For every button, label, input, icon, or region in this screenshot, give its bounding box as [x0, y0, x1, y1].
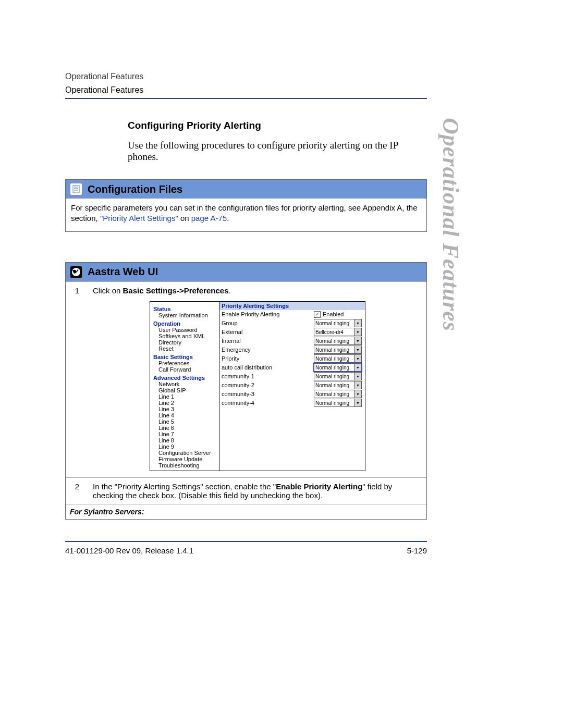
intro-paragraph: Use the following procedures to configur…: [128, 140, 427, 163]
config-link-settings[interactable]: "Priority Alert Settings": [100, 214, 178, 223]
acd-dropdown[interactable]: Normal ringing: [314, 363, 362, 372]
internal-dd-val: Normal ringing: [315, 338, 349, 344]
section-tab: Operational Features: [437, 118, 464, 331]
nav-line-4[interactable]: Line 4: [158, 412, 216, 418]
setting-acd-label: auto call distribution: [219, 364, 314, 371]
setting-internal-label: Internal: [219, 338, 314, 344]
nav-preferences[interactable]: Preferences: [158, 360, 216, 366]
svg-rect-0: [73, 186, 79, 193]
nav-line-6[interactable]: Line 6: [158, 425, 216, 431]
community-4-dropdown[interactable]: Normal ringing: [314, 399, 362, 407]
chevron-down-icon: [354, 399, 361, 406]
footer-left: 41-001129-00 Rev 09, Release 1.4.1: [65, 546, 193, 555]
steps-table: 1 Click on Basic Settings->Preferences. …: [66, 281, 426, 519]
page-content: Operational Features Operational Feature…: [65, 72, 427, 523]
community-4-dd-val: Normal ringing: [315, 400, 349, 406]
community-1-dd-val: Normal ringing: [315, 374, 349, 379]
nav-cat-advanced[interactable]: Advanced Settings: [153, 375, 216, 381]
setting-external-label: External: [219, 329, 314, 335]
nav-softkeys-xml[interactable]: Softkeys and XML: [158, 333, 216, 339]
chevron-down-icon: [354, 319, 361, 327]
page-footer: 41-001129-00 Rev 09, Release 1.4.1 5-129: [65, 537, 427, 555]
setting-group-label: Group: [219, 320, 314, 326]
nav-line-5[interactable]: Line 5: [158, 418, 216, 425]
web-ui-title: Aastra Web UI: [88, 266, 158, 278]
embedded-ui: Status System Information Operation User…: [150, 301, 365, 471]
step1-pre: Click on: [93, 286, 123, 295]
chevron-down-icon: [354, 337, 361, 344]
setting-acd: auto call distribution Normal ringing: [219, 363, 365, 372]
config-files-body: For specific parameters you can set in t…: [66, 199, 426, 231]
note-text: For Sylantro Servers:: [66, 504, 426, 519]
setting-priority-label: Priority: [219, 355, 314, 362]
nav-firmware-update[interactable]: Firmware Update: [158, 456, 216, 462]
nav-line-7[interactable]: Line 7: [158, 431, 216, 437]
footer-right: 5-129: [407, 546, 427, 555]
nav-cat-status[interactable]: Status: [153, 306, 216, 312]
nav-call-forward[interactable]: Call Forward: [158, 366, 216, 373]
external-dropdown[interactable]: Bellcore-dr4: [314, 328, 362, 336]
nav-troubleshooting[interactable]: Troubleshooting: [158, 462, 216, 468]
priority-dd-val: Normal ringing: [315, 356, 349, 362]
chevron-down-icon: [354, 346, 361, 353]
setting-community-2: community-2 Normal ringing: [219, 381, 365, 390]
setting-enable-label: Enable Priority Alerting: [219, 311, 314, 317]
nav-line-3[interactable]: Line 3: [158, 406, 216, 412]
panel-caption: Priority Alerting Settings: [219, 302, 365, 310]
config-files-title: Configuration Files: [88, 183, 182, 195]
chevron-down-icon: [354, 355, 361, 362]
setting-group: Group Normal ringing: [219, 319, 365, 328]
step2-bold: Enable Priority Alerting: [276, 482, 362, 491]
community-3-dropdown[interactable]: Normal ringing: [314, 390, 362, 398]
config-text-mid: on: [180, 214, 191, 223]
nav-line-9[interactable]: Line 9: [158, 443, 216, 450]
nav-cat-basic[interactable]: Basic Settings: [153, 354, 216, 360]
community-1-dropdown[interactable]: Normal ringing: [314, 372, 362, 380]
document-icon: [70, 183, 82, 195]
step-1-num: 1: [66, 281, 89, 477]
nav-config-server[interactable]: Configuration Server: [158, 450, 216, 456]
setting-priority: Priority Normal ringing: [219, 354, 365, 363]
nav-user-password[interactable]: User Password: [158, 327, 216, 333]
setting-community-2-label: community-2: [219, 382, 314, 388]
nav-cat-operation[interactable]: Operation: [153, 320, 216, 327]
chevron-down-icon: [354, 364, 361, 371]
running-header-1: Operational Features: [65, 72, 427, 81]
external-dd-val: Bellcore-dr4: [315, 329, 344, 335]
chevron-down-icon: [354, 381, 361, 389]
priority-dropdown[interactable]: Normal ringing: [314, 354, 362, 363]
nav-directory[interactable]: Directory: [158, 339, 216, 346]
running-header-2: Operational Features: [65, 85, 427, 95]
nav-reset[interactable]: Reset: [158, 346, 216, 352]
nav-line-2[interactable]: Line 2: [158, 400, 216, 406]
nav-line-1[interactable]: Line 1: [158, 393, 216, 400]
internal-dropdown[interactable]: Normal ringing: [314, 337, 362, 345]
web-ui-header: Aastra Web UI: [66, 263, 426, 281]
emergency-dropdown[interactable]: Normal ringing: [314, 346, 362, 354]
acd-dd-val: Normal ringing: [315, 365, 349, 371]
step1-bold: Basic Settings->Preferences: [123, 286, 229, 295]
chevron-down-icon: [354, 373, 361, 380]
footer-rule: [65, 541, 427, 542]
step-2-num: 2: [66, 477, 89, 504]
nav-network[interactable]: Network: [158, 381, 216, 387]
config-files-box: Configuration Files For specific paramet…: [65, 179, 427, 232]
config-link-page[interactable]: page A-75: [191, 214, 227, 223]
setting-community-1: community-1 Normal ringing: [219, 372, 365, 381]
community-2-dropdown[interactable]: Normal ringing: [314, 381, 362, 389]
emergency-dd-val: Normal ringing: [315, 347, 349, 353]
setting-community-4: community-4 Normal ringing: [219, 399, 365, 408]
step-2-row: 2 In the "Priority Alerting Settings" se…: [66, 477, 426, 504]
step-1-content: Click on Basic Settings->Preferences. St…: [89, 281, 426, 477]
nav-line-8[interactable]: Line 8: [158, 437, 216, 443]
nav-global-sip[interactable]: Global SIP: [158, 387, 216, 393]
step-2-content: In the "Priority Alerting Settings" sect…: [89, 477, 426, 504]
group-dd-val: Normal ringing: [315, 320, 349, 326]
page-subheading: Configuring Priority Alerting: [128, 120, 427, 131]
setting-community-1-label: community-1: [219, 373, 314, 379]
community-3-dd-val: Normal ringing: [315, 391, 349, 397]
enable-checkbox[interactable]: [314, 311, 321, 318]
group-dropdown[interactable]: Normal ringing: [314, 319, 362, 327]
nav-system-info[interactable]: System Information: [158, 312, 216, 318]
enable-chk-text: Enabled: [323, 311, 344, 317]
